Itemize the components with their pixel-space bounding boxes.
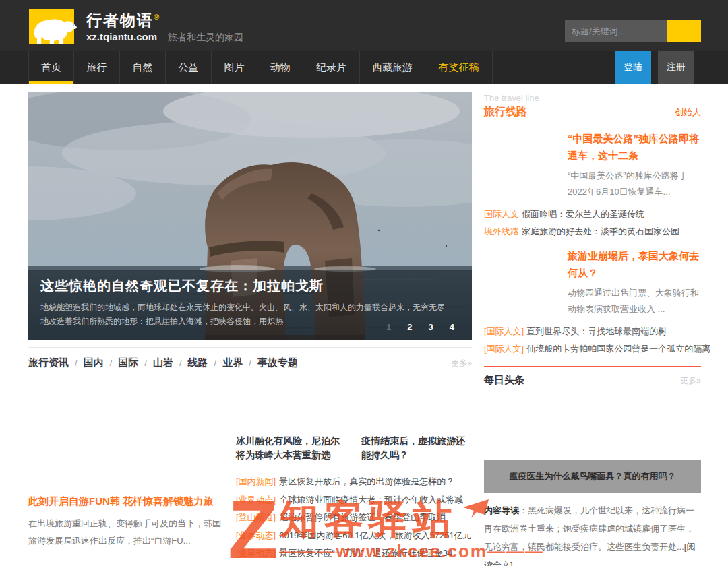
sidebar-feature-2[interactable]: 旅游业崩塌后，泰国大象何去何从？ 动物园通过出售门票、大象骑行和动物表演获取营业… [484,247,701,317]
nav-item-tibet[interactable]: 西藏旅游 [360,51,425,84]
sidebar-item-text[interactable]: 家庭旅游的好去处：淡季的黄石国家公园 [522,226,679,237]
tab-separator: / [179,358,182,368]
news-category-tag[interactable]: [业界动态] [236,530,276,540]
sidebar-list-item[interactable]: [国际人文]直到世界尽头：寻找地球最南端的树 [484,323,701,340]
tab-separator: / [249,358,251,368]
tab-domestic[interactable]: 国内 [84,356,104,369]
sidebar-item-text[interactable]: 仙境般的卡劳帕帕国家公园曾是一个孤立的隔离 [526,344,710,354]
news-list-item[interactable]: [登山频道]尼泊尔暂停所有旅游签证，春季登山季取消 [236,509,472,527]
sidebar-list-item[interactable]: 境外线路家庭旅游的好去处：淡季的黄石国家公园 [484,223,701,241]
tab-separator: / [214,358,217,368]
pager-1[interactable]: 1 [386,322,391,332]
subfeature-title-2[interactable]: 疫情结束后，虚拟旅游还能持久吗？ [361,434,472,462]
nav-item-animals[interactable]: 动物 [257,51,303,84]
sidebar-list-2: [国际人文]直到世界尽头：寻找地球最南端的树 [国际人文]仙境般的卡劳帕帕国家公… [484,323,701,358]
sidebar-list-item[interactable]: [国际人文]仙境般的卡劳帕帕国家公园曾是一个孤立的隔离 [484,340,701,358]
news-list-item[interactable]: [业界动态]景区恢复不应“一刀切”、退还旅行社保证金34 [236,544,472,563]
registered-mark: ® [154,13,160,21]
login-button[interactable]: 登陆 [615,51,651,84]
sidebar-item-text[interactable]: 直到世界尽头：寻找地球最南端的树 [526,326,667,336]
hero-caption: 这些惊艳的自然奇观已不复存在：加拉帕戈斯 地貌能塑造我们的地域感，而地球却处在永… [28,270,472,340]
news-item-text[interactable]: 景区恢复不应“一刀切”、退还旅行社保证金34 [279,548,452,558]
hero-carousel[interactable]: 这些惊艳的自然奇观已不复存在：加拉帕戈斯 地貌能塑造我们的地域感，而地球却处在永… [28,92,472,340]
left-column: 这些惊艳的自然奇观已不复存在：加拉帕戈斯 地貌能塑造我们的地域感，而地球却处在永… [28,92,472,566]
register-button[interactable]: 注册 [658,51,694,84]
tab-routes[interactable]: 线路 [188,356,208,369]
sidebar-list-item[interactable]: 国际人文假面吟唱：爱尔兰人的圣诞传统 [484,206,701,223]
daily-more-link[interactable]: 更多» [680,375,701,387]
site-name: 行者物语® [86,8,243,29]
site-logo[interactable] [29,9,74,44]
sidebar-category-tag[interactable]: [国际人文] [484,326,524,336]
sidebar-feature-excerpt: 动物园通过出售门票、大象骑行和动物表演获取营业收入 ... [568,285,701,317]
travel-line-title[interactable]: 旅行线路 [484,105,527,119]
tab-separator: / [110,358,113,368]
polar-bear-icon [26,11,80,49]
pager-4[interactable]: 4 [450,322,454,332]
nav-item-home[interactable]: 首页 [28,51,74,84]
sidebar-feature-title[interactable]: “中国最美公路”独库公路即将通车，这十二条 [568,130,701,164]
daily-lead: 内容导读：黑死病爆发，几个世纪以来，这种流行病一再在欧洲卷土重来；饱受疾病肆虐的… [484,501,701,566]
news-item-text[interactable]: 全球旅游业面临疫情大考：预计今年收入或将减 [279,495,463,505]
tab-industry[interactable]: 业界 [222,356,243,369]
site-domain: xz.tqiantu.com [86,31,157,42]
news-feature: 此刻开启自游FUN韩 花样惊喜解锁魅力旅 在出境旅游重回正轨、变得触手可及的当下… [28,369,222,563]
nav-item-travel[interactable]: 旅行 [74,51,120,84]
hero-title[interactable]: 这些惊艳的自然奇观已不复存在：加拉帕戈斯 [40,277,460,295]
sidebar-list-1: 国际人文假面吟唱：爱尔兰人的圣诞传统 境外线路家庭旅游的好去处：淡季的黄石国家公… [484,206,701,241]
travel-line-subtitle: The travel line [484,92,701,104]
sidebar-item-text[interactable]: 假面吟唱：爱尔兰人的圣诞传统 [522,209,644,219]
nav-item-documentary[interactable]: 纪录片 [303,51,360,84]
nav-item-charity[interactable]: 公益 [166,51,212,84]
news-item-text[interactable]: 景区恢复开放后，真实的出游体验是怎样的？ [279,476,454,486]
tab-accidents[interactable]: 事故专题 [257,356,298,369]
news-category-tag[interactable]: [登山频道] [236,512,276,522]
nav-item-nature[interactable]: 自然 [120,51,166,84]
pager-2[interactable]: 2 [407,322,412,332]
sidebar-category-tag[interactable]: 国际人文 [484,209,519,219]
hero-description: 地貌能塑造我们的地域感，而地球却处在永无休止的变化中。火山、风、水、太阳和人的力… [40,301,445,329]
tab-travel-news[interactable]: 旅行资讯 [28,356,69,369]
tab-separator: / [144,358,147,368]
subfeature-title-1[interactable]: 冰川融化有风险，尼泊尔将为珠峰大本营重新选 [236,434,346,462]
nav-item-contest[interactable]: 有奖征稿 [425,51,493,84]
thumbnail-placeholder [484,247,558,304]
news-list-item[interactable]: [国内新闻]景区恢复开放后，真实的出游体验是怎样的？ [236,473,472,491]
feature-article-title[interactable]: 此刻开启自游FUN韩 花样惊喜解锁魅力旅 [28,495,222,508]
sidebar-category-tag[interactable]: 境外线路 [484,226,519,237]
news-category-tag[interactable]: [国内新闻] [236,476,276,486]
sidebar-feature-1[interactable]: “中国最美公路”独库公路即将通车，这十二条 “中国最美公路”的独库公路将于202… [484,130,701,200]
news-more-link[interactable]: 更多» [451,358,472,369]
news-category-tag[interactable]: [业界动态] [236,495,276,505]
search-input[interactable] [565,20,667,42]
daily-headlines-title[interactable]: 每日头条 [484,374,524,387]
thumbnail-placeholder [484,130,558,187]
main-content: 这些惊艳的自然奇观已不复存在：加拉帕戈斯 地貌能塑造我们的地域感，而地球却处在永… [0,84,728,566]
search-bar [565,20,701,42]
news-tabs: 旅行资讯 / 国内 / 国际 / 山岩 / 线路 / 业界 / 事故专题 更多» [28,347,472,369]
main-nav: 首页 旅行 自然 公益 图片 动物 纪录片 西藏旅游 有奖征稿 登陆 注册 [0,51,728,84]
sidebar: The travel line 旅行线路 创始人 “中国最美公路”独库公路即将通… [484,92,701,566]
news-body: 此刻开启自游FUN韩 花样惊喜解锁魅力旅 在出境旅游重回正轨、变得触手可及的当下… [28,369,472,563]
search-button[interactable] [667,20,701,42]
news-item-text[interactable]: 2019年国内游客60.1亿人次，旅游收入57251亿元 [279,530,471,540]
sidebar-feature-title[interactable]: 旅游业崩塌后，泰国大象何去何从？ [568,247,701,281]
sidebar-feature-excerpt: “中国最美公路”的独库公路将于2022年6月10日恢复通车... [568,168,701,200]
sidebar-category-tag[interactable]: [国际人文] [484,344,524,354]
pager-3[interactable]: 3 [429,322,433,332]
nav-item-pictures[interactable]: 图片 [212,51,257,84]
tab-international[interactable]: 国际 [118,356,138,369]
news-category-tag[interactable]: [业界动态] [236,548,276,558]
news-list-item[interactable]: [业界动态]2019年国内游客60.1亿人次，旅游收入57251亿元 [236,527,472,545]
hero-pagination: 1 2 3 4 [386,322,454,332]
daily-caption-text[interactable]: 瘟疫医生为什么戴鸟嘴面具？真的有用吗？ [510,470,676,482]
news-list-item[interactable]: [业界动态]全球旅游业面临疫情大考：预计今年收入或将减 [236,491,472,509]
daily-image-caption[interactable]: 瘟疫医生为什么戴鸟嘴面具？真的有用吗？ [484,460,701,493]
lead-label: 内容导读 [484,505,519,515]
brand-block: 行者物语® xz.tqiantu.com 旅者和生灵的家园 [86,8,243,44]
tab-separator: / [75,358,78,368]
top-header: 行者物语® xz.tqiantu.com 旅者和生灵的家园 [0,0,728,51]
tab-mountain[interactable]: 山岩 [153,356,173,369]
founder-link[interactable]: 创始人 [675,106,701,119]
news-item-text[interactable]: 尼泊尔暂停所有旅游签证，春季登山季取消 [279,512,446,522]
